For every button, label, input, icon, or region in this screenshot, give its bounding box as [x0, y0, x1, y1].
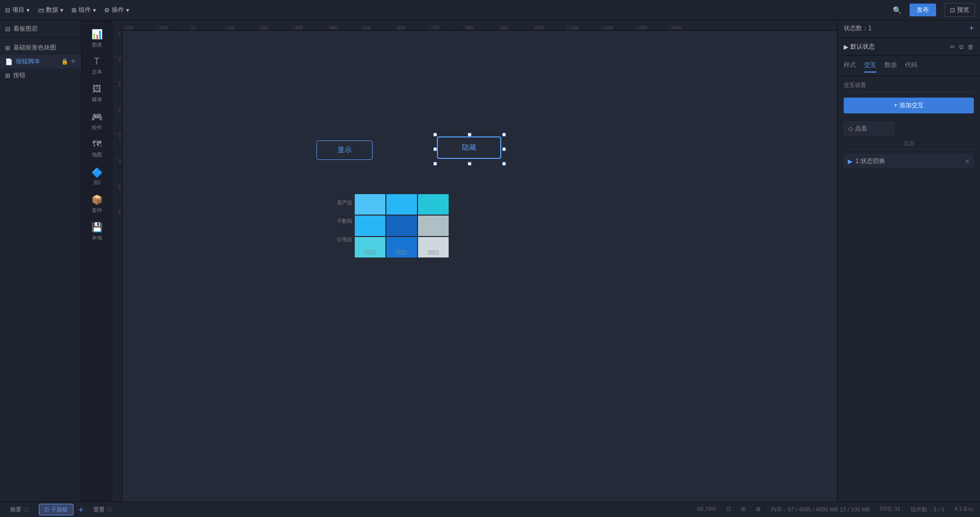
layer-item-group[interactable]: ⊞ 基础矩形色块图 [0, 41, 81, 55]
component-count: 组件数：3 / 3 [911, 506, 944, 513]
main-area: ⊟ 看板图层 ⊞ 基础矩形色块图 📄 按钮脚本 🔒 👁 ⊞ 按钮 [0, 20, 980, 502]
tab-style[interactable]: 样式 [844, 61, 856, 73]
tab-subpanel[interactable]: ⊡ 子面板 [39, 504, 74, 515]
svg-rect-4 [386, 194, 417, 215]
ruler-vertical: -1 0 1 2 3 4 5 6 [112, 31, 122, 502]
publish-button[interactable]: 发布 [910, 4, 936, 16]
top-bar-data[interactable]: 🗃 数据 ▾ [38, 6, 63, 14]
action-close-icon[interactable]: ✕ [965, 158, 970, 165]
svg-text:电子数码: 电子数码 [337, 218, 352, 224]
svg-rect-8 [418, 216, 449, 236]
hide-button[interactable]: 隐藏 [437, 136, 501, 159]
svg-rect-7 [386, 216, 417, 236]
version-info: 4.1.8-rc. [954, 506, 975, 513]
svg-text:办公用品: 办公用品 [337, 237, 352, 242]
layer-list: ⊞ 基础矩形色块图 📄 按钮脚本 🔒 👁 ⊞ 按钮 [0, 38, 81, 85]
top-bar-component[interactable]: ⊞ 组件 ▾ [71, 6, 96, 14]
search-icon[interactable]: 🔍 [893, 6, 901, 14]
top-bar-project[interactable]: ⊟ 项目 ▾ [5, 6, 30, 14]
sidebar-item-local[interactable]: 💾 本地 [84, 219, 110, 244]
add-state-button[interactable]: + [969, 24, 974, 33]
ruler-horizontal: -200 -100 0 100 200 300 400 500 600 700 … [112, 20, 837, 31]
delete-state-icon[interactable]: 🗑 [968, 43, 974, 51]
spacer [844, 113, 974, 122]
tab-code[interactable]: 代码 [905, 61, 917, 73]
tab-data[interactable]: 数据 [885, 61, 897, 73]
sidebar-item-chart[interactable]: 📊 图表 [84, 26, 110, 51]
handle-tr[interactable] [502, 133, 506, 136]
layer-item-button[interactable]: ⊞ 按钮 [0, 68, 81, 82]
text-icon: T [94, 56, 100, 67]
local-icon: 💾 [91, 222, 103, 233]
add-interact-button[interactable]: + 添加交互 [844, 98, 974, 113]
right-panel-tabs: 样式 交互 数据 代码 [838, 58, 980, 76]
trigger-input[interactable]: ◇ 点击 [844, 122, 895, 135]
left-panel: ⊟ 看板图层 ⊞ 基础矩形色块图 📄 按钮脚本 🔒 👁 ⊞ 按钮 [0, 20, 82, 502]
svg-text:2022: 2022 [428, 250, 439, 255]
chart-icon: 📊 [91, 29, 103, 40]
sidebar-item-map[interactable]: 🗺 地图 [84, 136, 110, 161]
copy-state-icon[interactable]: ⧉ [959, 43, 964, 51]
tab-background[interactable]: 背景 ⓘ [88, 504, 117, 515]
handle-tl[interactable] [433, 133, 437, 136]
interaction-label: 交互设置 [844, 81, 974, 89]
ruler-v-marks: -1 0 1 2 3 4 5 6 [112, 31, 122, 235]
top-bar-action[interactable]: ⚙ 操作 ▾ [104, 6, 129, 14]
kit-icon: 📦 [91, 194, 103, 205]
layer-item-script[interactable]: 📄 按钮脚本 🔒 👁 [0, 55, 81, 68]
default-state-row: ▶ 默认状态 ✏ ⧉ 🗑 [838, 40, 980, 53]
tab-foreground[interactable]: 前景 ⓘ [5, 504, 34, 515]
heatmap-chart: 家居产品 电子数码 办公用品 [337, 189, 462, 260]
divider-4 [844, 149, 974, 150]
svg-text:2020: 2020 [364, 250, 376, 255]
sidebar: 📊 图表 T 文本 🖼 媒体 🎮 控件 🗺 地图 🔷 3D 📦 套件 💾 [82, 20, 112, 502]
control-icon: 🎮 [91, 111, 103, 123]
preview-button[interactable]: ⊡ 预览 [944, 3, 975, 17]
fps-info: FPS: 31 [880, 506, 900, 513]
handle-bm[interactable] [468, 162, 472, 166]
sidebar-item-control[interactable]: 🎮 控件 [84, 108, 110, 134]
svg-rect-6 [355, 216, 385, 236]
tab-interact[interactable]: 交互 [864, 61, 876, 73]
divider-2 [838, 55, 980, 56]
canvas-area: -200 -100 0 100 200 300 400 500 600 700 … [112, 20, 837, 502]
svg-text:家居产品: 家居产品 [337, 200, 352, 205]
trigger-row: ◇ 点击 [844, 122, 974, 135]
media-icon: 🖼 [92, 84, 102, 95]
handle-bl[interactable] [433, 162, 437, 166]
handle-br[interactable] [502, 162, 506, 166]
svg-rect-5 [418, 194, 449, 215]
sidebar-item-3d[interactable]: 🔷 3D [84, 163, 110, 189]
top-bar: ⊟ 项目 ▾ 🗃 数据 ▾ ⊞ 组件 ▾ ⚙ 操作 ▾ 🔍 发布 ⊡ 预览 [0, 0, 980, 20]
svg-rect-3 [355, 194, 385, 215]
handle-tm[interactable] [468, 133, 472, 136]
svg-text:2021: 2021 [396, 250, 408, 255]
bottom-info: 69.79% ⊡ ⊞ ⊠ 内存：87 / 4005 / 4096 MB 13 /… [697, 506, 975, 513]
divider-1 [838, 38, 980, 38]
divider-3 [844, 92, 974, 92]
sidebar-item-kit[interactable]: 📦 套件 [84, 191, 110, 217]
zoom-level: 69.79% [697, 506, 716, 513]
hide-button-container: 隐藏 [435, 134, 504, 164]
ruler-h-marks: -200 -100 0 100 200 300 400 500 600 700 … [122, 20, 704, 30]
state-count-row: 状态数：1 + [838, 20, 980, 36]
handle-mr[interactable] [502, 148, 506, 151]
trigger-label: 点击 [844, 139, 974, 147]
handle-ml[interactable] [433, 148, 437, 151]
show-button[interactable]: 显示 [316, 140, 373, 160]
right-panel: 状态数：1 + ▶ 默认状态 ✏ ⧉ 🗑 样式 交互 数据 代码 交互设置 [837, 20, 980, 502]
layer-panel-header: ⊟ 看板图层 [0, 20, 81, 38]
canvas-content[interactable]: 显示 隐藏 [122, 31, 837, 502]
edit-state-icon[interactable]: ✏ [950, 43, 955, 51]
memory-info: 内存：87 / 4005 / 4096 MB 13 / 100 MB [771, 506, 870, 513]
bottom-bar: 前景 ⓘ ⊡ 子面板 + 背景 ⓘ 69.79% ⊡ ⊞ ⊠ 内存：87 / 4… [0, 502, 980, 517]
3d-icon: 🔷 [91, 167, 103, 178]
sidebar-item-media[interactable]: 🖼 媒体 [84, 81, 110, 106]
sidebar-item-text[interactable]: T 文本 [84, 53, 110, 79]
interaction-section: 交互设置 + 添加交互 ◇ 点击 点击 ▶ 1.状态切换 ✕ [838, 76, 980, 177]
add-tab-button[interactable]: + [79, 505, 83, 514]
canvas-body: -1 0 1 2 3 4 5 6 显示 [112, 31, 837, 502]
map-icon: 🗺 [92, 139, 102, 150]
action-row: ▶ 1.状态切换 ✕ [844, 154, 974, 169]
